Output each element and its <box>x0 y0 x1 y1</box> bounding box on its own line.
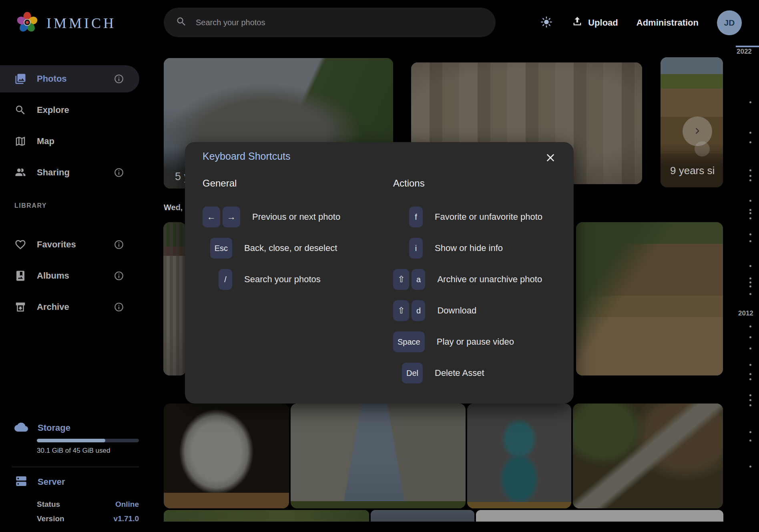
scrubber-dot <box>749 200 751 202</box>
info-icon[interactable] <box>114 239 124 250</box>
sidebar-nav-main: PhotosExploreMapSharing <box>0 65 139 186</box>
keycap: ⇧ <box>393 300 409 321</box>
shortcut-keys: ←→ <box>203 207 240 227</box>
shortcut-keys: Esc <box>203 238 232 259</box>
search-input[interactable] <box>196 18 484 27</box>
shortcut-label: Download <box>437 305 476 316</box>
shortcut-label: Search your photos <box>244 274 321 285</box>
shortcut-keys: ⇧a <box>393 269 425 290</box>
scrubber-year-label: 2012 <box>738 309 753 317</box>
photo-thumbnail[interactable] <box>476 510 723 522</box>
scrubber-dot <box>749 440 751 442</box>
storage-title: Storage <box>38 423 70 433</box>
user-avatar[interactable]: JD <box>717 10 742 35</box>
shortcut-row: SpacePlay or pause video <box>393 331 556 352</box>
shortcut-row: iShow or hide info <box>393 238 556 259</box>
library-section-header: LIBRARY <box>14 202 47 209</box>
sidebar-item-favorites[interactable]: Favorites <box>0 231 139 258</box>
scrubber-dot <box>749 285 751 287</box>
keycap: Esc <box>210 238 232 259</box>
memory-next-sub-circle <box>695 141 710 157</box>
scrubber-dot <box>749 404 751 406</box>
scrubber-dot <box>749 132 751 134</box>
sidebar-item-label: Map <box>37 136 124 147</box>
info-icon[interactable] <box>114 167 124 178</box>
sidebar-item-label: Sharing <box>37 167 103 178</box>
scrubber-position-line <box>736 46 759 47</box>
photos-icon <box>14 73 26 85</box>
sidebar-item-albums[interactable]: Albums <box>0 262 139 289</box>
shortcut-column-general: General←→Previous or next photoEscBack, … <box>203 177 393 394</box>
shortcut-column-actions: ActionsfFavorite or unfavorite photoiSho… <box>393 177 556 394</box>
memory-card[interactable]: 9 years si <box>661 57 723 187</box>
photo-thumbnail[interactable] <box>573 404 723 508</box>
upload-icon <box>572 16 583 30</box>
upload-button[interactable]: Upload <box>572 16 618 30</box>
info-icon[interactable] <box>114 271 124 281</box>
scrubber-dot <box>749 209 751 211</box>
sidebar-item-sharing[interactable]: Sharing <box>0 159 139 186</box>
server-icon <box>14 474 28 490</box>
scrubber-dot <box>749 293 751 295</box>
sidebar-item-photos[interactable]: Photos <box>0 65 139 92</box>
close-button[interactable] <box>543 151 558 165</box>
shortcut-label: Show or hide info <box>435 243 503 253</box>
shortcut-row: ⇧aArchive or unarchive photo <box>393 269 556 290</box>
scrubber-dot <box>749 325 751 327</box>
info-icon[interactable] <box>114 74 124 84</box>
scrubber-dot <box>749 281 751 283</box>
photo-thumbnail[interactable] <box>163 222 186 375</box>
sidebar-item-explore[interactable]: Explore <box>0 96 139 124</box>
shortcut-label: Previous or next photo <box>252 212 340 222</box>
scrubber-dot <box>749 336 751 338</box>
sidebar-divider <box>12 467 139 467</box>
search-bar[interactable] <box>164 8 496 37</box>
people-icon <box>14 167 26 179</box>
storage-progress-fill <box>37 439 105 442</box>
scrubber-dot <box>749 378 751 380</box>
shortcut-row: DelDelete Asset <box>393 363 556 383</box>
cloud-icon <box>14 420 28 436</box>
shortcut-keys: ⇧d <box>393 300 425 321</box>
scrubber-dot <box>749 217 751 219</box>
scrubber-dot <box>749 431 751 433</box>
sidebar-item-archive[interactable]: Archive <box>0 293 139 321</box>
sidebar-item-map[interactable]: Map <box>0 128 139 155</box>
scrubber-dot <box>749 141 751 143</box>
archive-icon <box>14 301 26 313</box>
theme-toggle-button[interactable] <box>540 15 553 30</box>
photo-thumbnail[interactable] <box>576 222 723 375</box>
keycap: i <box>409 238 423 259</box>
top-bar: IMMICH <box>0 0 759 45</box>
date-group-header: Wed, <box>164 203 183 212</box>
photo-thumbnail[interactable] <box>164 404 289 508</box>
photo-thumbnail[interactable] <box>291 404 466 508</box>
sidebar-item-label: Archive <box>37 302 103 312</box>
photo-thumbnail[interactable] <box>467 404 571 508</box>
logo[interactable]: IMMICH <box>16 11 116 35</box>
sun-icon <box>540 15 553 30</box>
scrubber-dot <box>749 277 751 279</box>
sidebar-item-label: Explore <box>37 105 124 115</box>
keycap: Del <box>402 363 423 383</box>
timeline-scrubber[interactable]: 2022 2012 <box>724 45 759 532</box>
scrubber-dot <box>749 399 751 401</box>
scrubber-dot <box>749 373 751 375</box>
photo-thumbnail[interactable] <box>164 510 369 522</box>
keycap: / <box>219 269 232 290</box>
memory-next-button[interactable] <box>683 116 712 146</box>
shortcut-label: Archive or unarchive photo <box>437 274 542 285</box>
sidebar-item-label: Photos <box>37 74 103 84</box>
search-icon <box>176 16 187 29</box>
shortcut-columns: General←→Previous or next photoEscBack, … <box>203 177 556 394</box>
server-panel: Server Status Online Version v1.71.0 <box>0 474 139 490</box>
immich-app: IMMICH <box>0 0 759 532</box>
server-status-label: Status <box>37 500 60 509</box>
storage-usage-text: 30.1 GiB of 45 GiB used <box>37 447 110 455</box>
photo-thumbnail[interactable] <box>371 510 474 522</box>
memory-year-label: 9 years si <box>670 165 715 177</box>
scrubber-dot <box>749 175 751 177</box>
shortcut-row: ←→Previous or next photo <box>203 207 393 227</box>
administration-link[interactable]: Administration <box>637 18 699 28</box>
info-icon[interactable] <box>114 302 124 312</box>
